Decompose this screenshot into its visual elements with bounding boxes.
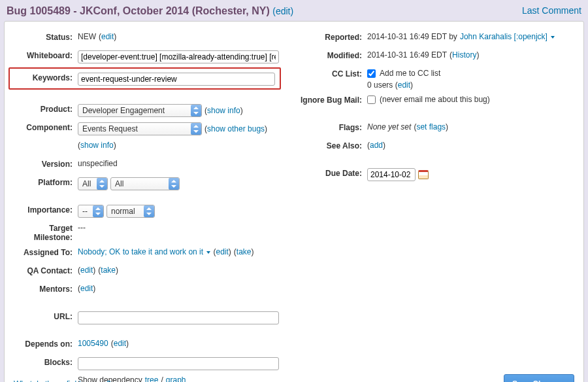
product-label: Product: [11, 103, 78, 114]
assigned-to-label: Assigned To: [11, 246, 78, 257]
reported-label: Reported: [301, 31, 367, 42]
cc-add-me-checkbox[interactable] [367, 69, 376, 78]
due-date-label: Due Date: [301, 167, 367, 178]
url-input[interactable] [78, 311, 279, 324]
caret-down-icon [551, 36, 555, 39]
cc-users-count: 0 users [367, 80, 393, 90]
ignore-text: (never email me about this bug) [380, 95, 490, 104]
select-arrows-icon [169, 178, 179, 190]
modified-history-link[interactable]: History [452, 50, 476, 60]
platform-label: Platform: [11, 176, 78, 187]
whiteboard-label: Whiteboard: [11, 49, 78, 60]
ignore-checkbox[interactable] [367, 95, 376, 104]
component-label: Component: [11, 121, 78, 132]
status-label: Status: [11, 31, 78, 42]
depends-on-label: Depends on: [11, 338, 78, 349]
select-arrows-icon [191, 123, 201, 135]
target-milestone-value: --- [78, 223, 86, 232]
product-select[interactable]: Developer Engagement [78, 104, 202, 117]
importance-severity-select[interactable]: normal [106, 205, 155, 218]
status-edit-link[interactable]: edit [101, 32, 114, 41]
caret-down-icon [206, 251, 210, 254]
qa-contact-take-link[interactable]: take [101, 266, 116, 275]
due-date-input[interactable] [367, 168, 416, 181]
status-value: NEW [78, 32, 96, 41]
see-also-add-link[interactable]: add [370, 141, 383, 150]
reported-time: 2014-10-31 16:49 EDT by [367, 32, 457, 41]
version-label: Version: [11, 158, 78, 169]
right-column: Reported: 2014-10-31 16:49 EDT by John K… [301, 31, 570, 382]
mentors-label: Mentors: [11, 283, 78, 294]
modified-time: 2014-10-31 16:49 EDT [367, 50, 447, 60]
ignore-label: Ignore Bug Mail: [301, 94, 367, 105]
depends-on-bug-link[interactable]: 1005490 [78, 339, 108, 348]
platform-select-1[interactable]: All [78, 177, 108, 190]
blocks-label: Blocks: [11, 356, 78, 367]
save-changes-button[interactable]: Save Changes [504, 374, 574, 382]
product-select-value: Developer Engagement [82, 106, 165, 115]
cc-list-label: CC List: [301, 67, 367, 78]
importance-priority-select[interactable]: -- [78, 205, 104, 218]
bug-id: Bug 1005489 - [7, 5, 77, 16]
cc-edit-link[interactable]: edit [398, 80, 410, 90]
select-arrows-icon [144, 205, 154, 217]
set-flags-link[interactable]: set flags [416, 122, 446, 131]
component-show-other-link[interactable]: show other bugs [207, 124, 265, 133]
platform-select-2[interactable]: All [110, 177, 180, 190]
edit-title-link[interactable]: (edit) [272, 6, 293, 16]
keywords-highlight: Keywords: [8, 67, 281, 90]
left-column: Status: NEW (edit) Whiteboard: Keywords: [11, 31, 281, 382]
component-select[interactable]: Events Request [78, 122, 202, 135]
cc-add-me-label: Add me to CC list [380, 69, 440, 78]
calendar-icon[interactable] [418, 170, 429, 179]
flags-label: Flags: [301, 121, 367, 132]
reported-user-link[interactable]: John Karahalis [:openjck] [460, 32, 555, 41]
component-select-value: Events Request [82, 124, 138, 133]
flags-value: None yet set [367, 122, 411, 131]
assigned-to-take-link[interactable]: take [237, 247, 252, 256]
select-arrows-icon [97, 178, 107, 190]
keywords-label: Keywords: [11, 71, 78, 82]
fields-help-link[interactable]: What do these fields mean? [14, 379, 111, 382]
blocks-input[interactable] [78, 357, 279, 370]
component-show-info-link[interactable]: show info [80, 141, 114, 150]
product-show-info-link[interactable]: show info [207, 106, 240, 115]
select-arrows-icon [93, 205, 103, 217]
qa-contact-label: QA Contact: [11, 264, 78, 275]
page-title: Bug 1005489 - JKConf, October 2014 (Roch… [7, 5, 293, 17]
whiteboard-input[interactable] [78, 50, 279, 63]
assigned-to-value[interactable]: Nobody; OK to take it and work on it [78, 247, 210, 256]
depends-on-edit-link[interactable]: edit [114, 339, 126, 348]
keywords-input[interactable] [78, 73, 275, 86]
bug-details-panel: Status: NEW (edit) Whiteboard: Keywords: [4, 21, 584, 382]
version-value: unspecified [78, 159, 118, 168]
mentors-edit-link[interactable]: edit [80, 284, 93, 293]
modified-label: Modified: [301, 49, 367, 60]
target-milestone-label: Target Milestone: [11, 222, 78, 242]
url-label: URL: [11, 310, 78, 321]
qa-contact-edit-link[interactable]: edit [80, 266, 93, 275]
bug-summary: JKConf, October 2014 (Rochester, NY) [80, 5, 270, 16]
assigned-to-edit-link[interactable]: edit [216, 247, 228, 256]
importance-label: Importance: [11, 203, 78, 215]
last-comment-link[interactable]: Last Comment [522, 5, 581, 16]
see-also-label: See Also: [301, 139, 367, 150]
select-arrows-icon [191, 105, 201, 116]
